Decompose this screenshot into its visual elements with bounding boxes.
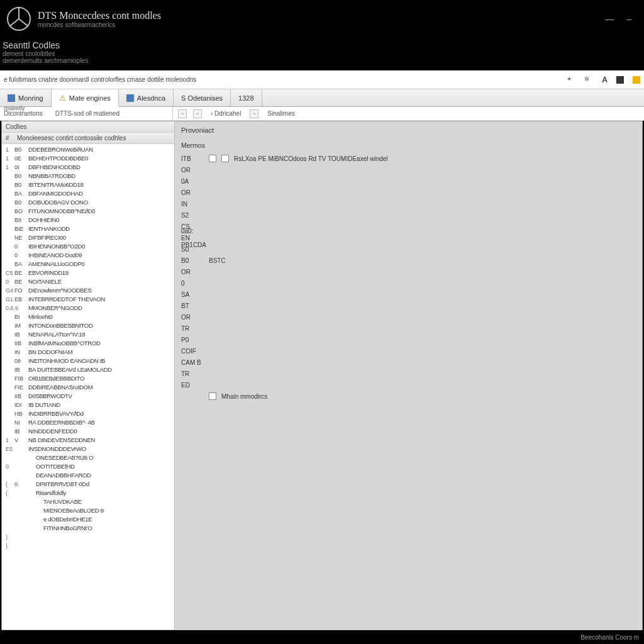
list-item[interactable]: (Risandfoldly [2, 489, 174, 497]
list-item[interactable]: IIBINBfMAtMNoOBBB^OTROD [2, 339, 174, 348]
mp-row: S0 [181, 243, 636, 255]
mp-key: TR [181, 370, 204, 377]
mp-row: BT [181, 300, 636, 311]
list-item[interactable]: E5INSDNONDDDEVrWO [2, 445, 174, 453]
mp-row: COIF [181, 345, 636, 357]
minimize-button[interactable]: — [605, 14, 614, 24]
header2-title: Seanttl Codles [3, 40, 644, 50]
checkbox[interactable] [209, 155, 216, 162]
settings-icon[interactable]: ✦ [567, 75, 575, 84]
mp-row: OR [181, 266, 636, 277]
list-item[interactable]: e dOBDebrIDHE1E [2, 515, 174, 524]
list-item[interactable]: IMINTONDonBBESBNITOD [2, 321, 174, 330]
list-item[interactable]: ONESEDBEAB?0J6 O [2, 453, 174, 462]
subhead-tool-3[interactable]: ▫ [250, 109, 258, 118]
list-item[interactable]: G4FODIEnowlenm^NOODBES [2, 286, 174, 295]
mp-key: TR [181, 325, 204, 332]
list-item[interactable]: B8DOHHIEIN0 [2, 216, 174, 225]
list-item[interactable]: G1EBINTEBRRDEDTOF THEVAON [2, 295, 174, 304]
list-item[interactable]: DEANADBBHFAROD [2, 471, 174, 480]
tab-0[interactable]: Monring [0, 89, 52, 106]
subhead-left-col2[interactable]: DTTS-sod oll matiened [55, 110, 119, 117]
list-item[interactable]: IDIIB DUTIAND [2, 401, 174, 409]
list-item[interactable]: B0IBTENITRAMo6DD18 [2, 180, 174, 189]
mp-row: TR [181, 368, 636, 379]
list-item[interactable]: FITINHNBoGRNt'O [2, 524, 174, 533]
list-item[interactable]: FIBOIB1BEBdEBBBDITO [2, 374, 174, 383]
mp-row: TR [181, 323, 636, 334]
tab-label: S Odetanises [181, 94, 223, 102]
list-item[interactable]: IBNINDDDENFEDD0 [2, 427, 174, 436]
mp-key: B0 [181, 257, 204, 264]
subhead-tool-4[interactable]: Sinalimes [265, 109, 297, 118]
list-item[interactable]: BIMinloeht0 [2, 313, 174, 321]
subhead-left-col1[interactable]: Dicontrantons [4, 110, 43, 117]
list-item[interactable]: 0BENOITANIELE [2, 277, 174, 286]
dark-square-icon[interactable] [616, 76, 624, 84]
mp-key: P0 [181, 336, 204, 343]
list-item[interactable]: 10EBEHIEHTPODDBDBE0 [2, 154, 174, 163]
tab-label: Mate engines [69, 94, 111, 102]
list-item[interactable]: ) [2, 541, 174, 550]
list-item[interactable]: NEDIFBFIRECI00 [2, 233, 174, 242]
list-item[interactable]: (0DP8TBRRVDBT·0Dd [2, 480, 174, 489]
tab-4[interactable]: 1328 [231, 89, 262, 106]
file-icon [8, 94, 15, 102]
list-item[interactable]: 0.6.9MMONBER^NGODD [2, 304, 174, 313]
subhead-tool-0[interactable]: ▫ [178, 109, 187, 118]
mp-key: 0 [181, 280, 204, 287]
list-item[interactable]: 0IHBINEANOD·Dod09 [2, 251, 174, 260]
mp-key: BT [181, 303, 204, 309]
sidebar-header: # Monoleesesc contirt contossile codhles [2, 133, 174, 144]
list-item[interactable]: IBBA DUITEBBEAVd LEaMOLADD [2, 365, 174, 374]
font-icon[interactable]: A [602, 75, 608, 84]
tab-1[interactable]: ⚠Mate engines [52, 89, 119, 107]
mp-key: CAM B [181, 359, 204, 366]
list-item[interactable]: 10IDBFHBENHODDBD [2, 163, 174, 172]
list-item[interactable]: 0IBIHENNONBB^O2D0 [2, 242, 174, 251]
list-item[interactable]: B0NBNBBATRDOBD [2, 172, 174, 180]
list-item[interactable]: INBN DODOFNIAM [2, 348, 174, 357]
mp-row: OR [181, 164, 636, 175]
sidebar: Codlies # Monoleesesc contirt contossile… [2, 121, 175, 642]
list-item[interactable]: C5BEEBVORINDD19 [2, 269, 174, 277]
mp-key: S0 [181, 246, 204, 253]
list-item[interactable]: IBNENARALATton^IV:18 [2, 330, 174, 339]
list-item[interactable]: FIEDDBIREABBNASroIDOM [2, 383, 174, 392]
list-item[interactable]: B0DOBUDOBAGV·DONO [2, 198, 174, 207]
maximize-button[interactable]: – [626, 14, 631, 24]
subheader: rpsieetly Dicontrantons DTTS-sod oll mat… [0, 107, 644, 121]
list-item[interactable]: 1VNB DINDEVENSEDDNEN [2, 436, 174, 445]
mercedes-logo-icon [6, 6, 31, 31]
mp-key: ITB [181, 155, 204, 162]
tools-icon[interactable]: ✲ [584, 75, 593, 84]
list-item[interactable]: HBINDIBRRBBVAVY∂Dd [2, 409, 174, 418]
tab-2[interactable]: Alesdnca [119, 89, 174, 106]
statusbar: Beecohanis Coors m [0, 630, 644, 644]
subhead-tool-2[interactable]: › Ddricahel [208, 109, 243, 118]
list-item[interactable]: 1B0DDEBEBRONWeB∂IUAN [2, 145, 174, 154]
list-item[interactable]: 08INEITONHMOD EANOADN IB [2, 357, 174, 365]
tab-label: 1328 [238, 94, 253, 102]
list-item[interactable]: BADBFANMIGDODHAD [2, 189, 174, 198]
list-item[interactable]: TAHUVDKABE [2, 497, 174, 506]
mp-key: 0A [181, 178, 204, 185]
list-item[interactable]: BOFITUNOMNODBB^NE∂D0 [2, 207, 174, 216]
subhead-tool-1[interactable]: ▫ [193, 109, 202, 118]
tab-label: Monring [18, 94, 43, 102]
tab-3[interactable]: S Odetanises [174, 89, 231, 106]
list-item[interactable]: IIBDIISBBRWODTV [2, 392, 174, 401]
list-item[interactable]: 0OOTITDBEfHD [2, 462, 174, 471]
list-item[interactable]: BAAMENINALUoGODP0 [2, 260, 174, 269]
list-item[interactable]: BIEIENTHANKODD [2, 225, 174, 233]
checkbox[interactable] [209, 392, 216, 400]
list-item[interactable]: MIENOEBeAoBLOED·9 [2, 506, 174, 515]
titlebar: DTS Moncecdees cont modles moncdes sofit… [0, 0, 644, 38]
window-subtitle: moncdes sofitwarmacherics [38, 21, 605, 28]
list-item[interactable]: ) [2, 533, 174, 541]
mp-key: SA [181, 291, 204, 298]
sidebar-list[interactable]: 1B0DDEBEBRONWeB∂IUAN10EBEHIEHTPODDBDBE01… [2, 144, 174, 630]
yellow-square-icon[interactable] [633, 76, 640, 84]
checkbox[interactable] [221, 155, 229, 162]
list-item[interactable]: NIRA DDBEERNBBDIB^· 4B [2, 418, 174, 427]
